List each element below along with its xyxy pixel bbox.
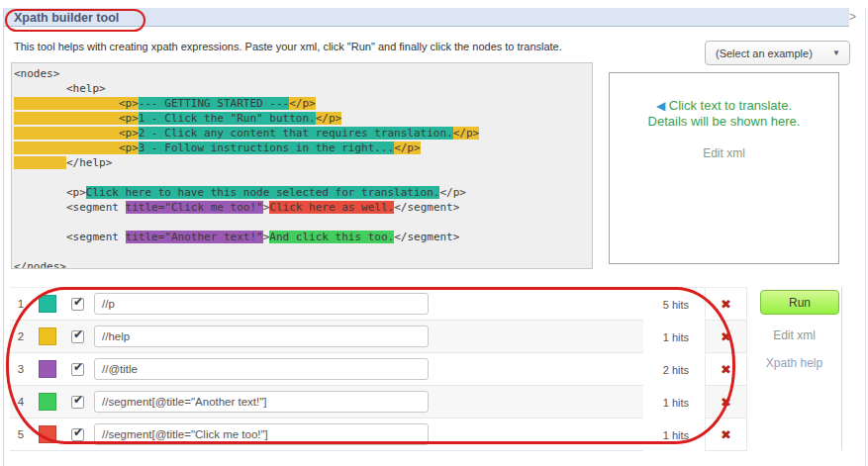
checkmark-icon: ✔ (73, 295, 83, 309)
hits-label: 5 hits (643, 288, 705, 321)
xpath-input[interactable] (94, 358, 429, 380)
xpath-row: 4 ✔ 1 hits ✖ (10, 386, 747, 419)
row-checkbox[interactable]: ✔ (71, 298, 84, 311)
xpath-row: 5 ✔ 1 hits ✖ (10, 419, 747, 451)
delete-row-icon[interactable]: ✖ (721, 330, 731, 343)
row-number: 2 (10, 330, 32, 342)
example-select-value: (Select an example) (706, 47, 832, 59)
row-number: 1 (10, 298, 32, 310)
xpath-input[interactable] (94, 293, 429, 315)
example-select[interactable]: (Select an example) ▼ (705, 41, 850, 65)
translate-hint: ◀ Click text to translate. Details will … (610, 98, 838, 130)
row-number: 5 (10, 428, 32, 440)
color-swatch (39, 393, 56, 411)
color-swatch (39, 295, 56, 313)
intro-text: This tool helps with creating xpath expr… (14, 41, 562, 52)
color-swatch (39, 327, 56, 345)
translate-details-panel: ◀ Click text to translate. Details will … (609, 72, 839, 264)
row-checkbox[interactable]: ✔ (71, 428, 84, 441)
xpath-list: 1 ✔ 5 hits ✖ 2 ✔ 1 hits ✖ 3 ✔ 2 hits ✖ 4 (10, 287, 747, 451)
row-checkbox[interactable]: ✔ (71, 363, 84, 376)
delete-row-icon[interactable]: ✖ (721, 428, 731, 441)
color-swatch (39, 360, 56, 378)
row-checkbox[interactable]: ✔ (71, 330, 84, 343)
edit-xml-link[interactable]: Edit xml (747, 328, 841, 342)
translate-hint-line1: Click text to translate. (669, 98, 792, 113)
panel-right-border (865, 8, 866, 466)
translate-hint-line2: Details will be shown here. (648, 114, 801, 129)
xml-viewer[interactable]: <nodes> <help> <p>--- GETTING STARTED --… (11, 62, 593, 269)
xpath-input[interactable] (94, 326, 429, 347)
edit-xml-link-panel[interactable]: Edit xml (703, 146, 745, 160)
panel-header[interactable] (4, 8, 849, 27)
row-number: 4 (10, 396, 32, 408)
collapse-chevron-icon[interactable]: > (849, 10, 856, 24)
actions-column-divider (841, 287, 842, 450)
delete-row-icon[interactable]: ✖ (721, 363, 731, 376)
checkmark-icon: ✔ (73, 327, 83, 341)
row-checkbox[interactable]: ✔ (71, 396, 84, 409)
xpath-row: 1 ✔ 5 hits ✖ (10, 288, 747, 321)
row-number: 3 (10, 363, 32, 375)
hits-label: 1 hits (643, 419, 705, 451)
xpath-help-link[interactable]: Xpath help (747, 356, 841, 370)
hits-label: 2 hits (643, 353, 705, 386)
dropdown-caret-icon: ▼ (832, 48, 849, 57)
delete-row-icon[interactable]: ✖ (721, 298, 731, 311)
xpath-row: 2 ✔ 1 hits ✖ (10, 321, 747, 353)
delete-row-icon[interactable]: ✖ (721, 396, 731, 409)
xpath-row: 3 ✔ 2 hits ✖ (10, 353, 747, 386)
xpath-builder-panel: Xpath builder tool > This tool helps wit… (0, 0, 868, 466)
color-swatch (39, 425, 56, 443)
page-title: Xpath builder tool (14, 11, 119, 25)
checkmark-icon: ✔ (73, 393, 83, 407)
checkmark-icon: ✔ (73, 360, 83, 374)
checkmark-icon: ✔ (73, 425, 83, 439)
run-button[interactable]: Run (760, 290, 839, 315)
xml-code: <nodes> <help> <p>--- GETTING STARTED --… (14, 66, 592, 269)
panel-left-border (3, 8, 4, 466)
hits-label: 1 hits (643, 386, 705, 419)
hits-label: 1 hits (643, 321, 705, 353)
left-arrow-icon: ◀ (656, 99, 665, 113)
xpath-input[interactable] (94, 391, 429, 413)
xpath-input[interactable] (94, 423, 429, 445)
